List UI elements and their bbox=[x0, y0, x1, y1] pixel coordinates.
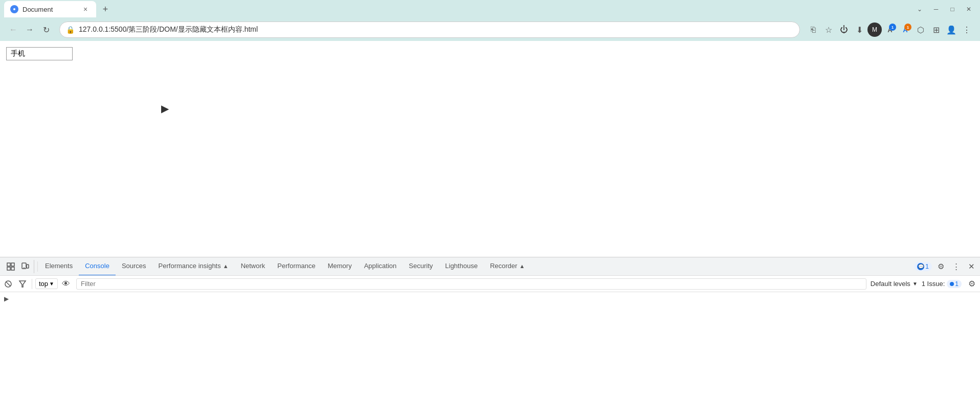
share-icon-button[interactable]: ⎗ bbox=[806, 23, 820, 37]
window-maximize-button[interactable]: □ bbox=[945, 2, 960, 16]
console-content: ▶ bbox=[0, 292, 980, 395]
download-button[interactable]: ⬇ bbox=[852, 23, 866, 37]
tab-memory[interactable]: Memory bbox=[322, 257, 358, 276]
console-filter-input[interactable] bbox=[76, 278, 866, 290]
devtools-panel: Elements Console Sources Performance ins… bbox=[0, 257, 980, 395]
issues-badge[interactable]: 1 Issue: 1 bbox=[922, 280, 962, 288]
menu-button[interactable]: ⋮ bbox=[960, 23, 974, 37]
svg-rect-3 bbox=[11, 263, 14, 266]
extension-avatar-button[interactable]: M bbox=[867, 23, 882, 37]
extensions-button[interactable]: ⬡ bbox=[914, 23, 928, 37]
tab-favicon bbox=[10, 5, 18, 13]
tab-performance-insights[interactable]: Performance insights ▲ bbox=[152, 257, 235, 276]
svg-marker-11 bbox=[19, 281, 26, 287]
eye-button[interactable]: 👁 bbox=[60, 278, 72, 290]
right-arrow-icon: ▶ bbox=[4, 295, 9, 302]
console-settings-button[interactable]: ⚙ bbox=[966, 278, 978, 290]
devtools-more-button[interactable]: ⋮ bbox=[949, 260, 963, 273]
new-tab-button[interactable]: + bbox=[98, 2, 113, 16]
issue-dot-icon bbox=[950, 282, 954, 286]
performance-insights-icon: ▲ bbox=[223, 263, 229, 269]
clear-console-button[interactable] bbox=[2, 278, 14, 290]
tab-console[interactable]: Console bbox=[79, 257, 116, 276]
page-content: ▶ bbox=[0, 41, 980, 257]
url-text: 127.0.0.1:5500/第三阶段/DOM/显示隐藏文本框内容.html bbox=[79, 25, 793, 34]
filter-toggle-button[interactable] bbox=[16, 278, 29, 290]
default-levels-arrow-icon: ▼ bbox=[912, 281, 918, 287]
side-panel-button[interactable]: ⊞ bbox=[929, 23, 943, 37]
chat-icon: 💬 bbox=[917, 263, 924, 270]
tab-network[interactable]: Network bbox=[235, 257, 272, 276]
cursor-icon: ▶ bbox=[161, 102, 169, 115]
profile-button[interactable]: A 1 bbox=[898, 23, 912, 37]
top-context-selector[interactable]: top ▼ bbox=[35, 278, 58, 289]
tab-title: Document bbox=[23, 6, 77, 13]
console-badge-count: 1 bbox=[925, 263, 929, 270]
dropdown-arrow-icon: ▼ bbox=[49, 281, 54, 287]
window-minimize-button[interactable]: ─ bbox=[929, 2, 943, 16]
window-chevron-button[interactable]: ⌄ bbox=[912, 2, 927, 16]
lock-icon: 🔒 bbox=[66, 26, 75, 34]
devtools-settings-button[interactable]: ⚙ bbox=[934, 260, 947, 273]
tab-performance[interactable]: Performance bbox=[271, 257, 321, 276]
default-levels-button[interactable]: Default levels ▼ bbox=[871, 280, 918, 288]
tab-application[interactable]: Application bbox=[358, 257, 403, 276]
devtools-close-button[interactable]: ✕ bbox=[965, 260, 978, 273]
device-toolbar-button[interactable] bbox=[18, 260, 32, 273]
back-button[interactable]: ← bbox=[6, 23, 20, 37]
svg-rect-7 bbox=[27, 265, 29, 268]
top-label: top bbox=[39, 280, 48, 288]
console-badge[interactable]: 💬 1 bbox=[914, 262, 932, 271]
tab-recorder[interactable]: Recorder ▲ bbox=[484, 257, 531, 276]
inspect-element-button[interactable] bbox=[4, 260, 17, 273]
address-bar[interactable]: 🔒 127.0.0.1:5500/第三阶段/DOM/显示隐藏文本框内容.html bbox=[59, 21, 800, 38]
svg-rect-2 bbox=[7, 263, 10, 266]
tab-elements[interactable]: Elements bbox=[39, 257, 79, 276]
recorder-icon: ▲ bbox=[519, 263, 525, 269]
svg-rect-5 bbox=[11, 267, 14, 270]
tab-lighthouse[interactable]: Lighthouse bbox=[439, 257, 484, 276]
power-button[interactable]: ⏻ bbox=[837, 23, 851, 37]
devtools-tab-bar: Elements Console Sources Performance ins… bbox=[0, 257, 980, 276]
active-tab[interactable]: Document × bbox=[4, 1, 96, 17]
console-toolbar: top ▼ 👁 Default levels ▼ 1 Issue: 1 ⚙ bbox=[0, 276, 980, 292]
refresh-button[interactable]: ↻ bbox=[39, 23, 53, 37]
translate-button[interactable]: A 1 bbox=[883, 23, 897, 37]
tab-security[interactable]: Security bbox=[403, 257, 439, 276]
tab-close-button[interactable]: × bbox=[81, 5, 90, 14]
svg-line-10 bbox=[6, 282, 10, 286]
console-expand-arrow[interactable]: ▶ bbox=[0, 294, 980, 303]
forward-button[interactable]: → bbox=[23, 23, 37, 37]
tab-sources[interactable]: Sources bbox=[116, 257, 152, 276]
bookmark-button[interactable]: ☆ bbox=[821, 23, 836, 37]
svg-rect-4 bbox=[7, 267, 10, 270]
window-close-button[interactable]: ✕ bbox=[962, 2, 976, 16]
issue-count-badge: 1 bbox=[947, 280, 962, 288]
user-button[interactable]: 👤 bbox=[944, 23, 959, 37]
svg-point-1 bbox=[13, 8, 15, 10]
phone-input[interactable] bbox=[6, 47, 73, 60]
